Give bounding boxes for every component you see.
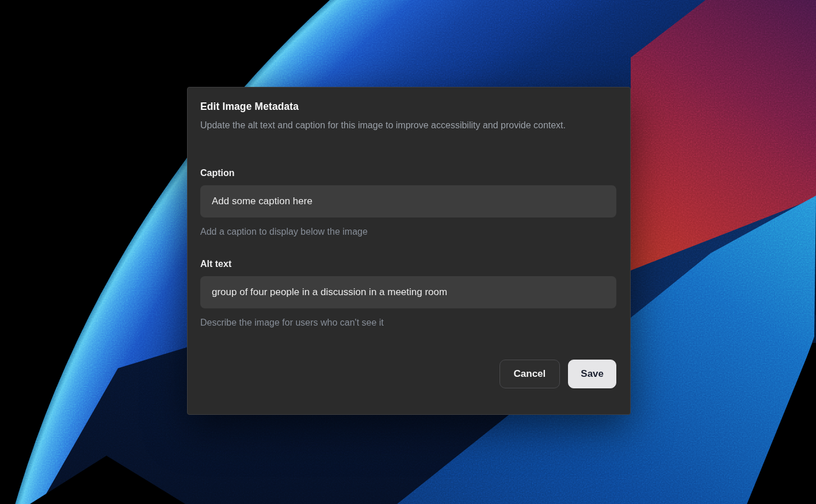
caption-input[interactable] [200, 185, 616, 217]
caption-label: Caption [200, 168, 616, 178]
caption-helper-text: Add a caption to display below the image [200, 227, 616, 237]
caption-field-group: Caption Add a caption to display below t… [200, 168, 616, 237]
dialog-form: Caption Add a caption to display below t… [200, 168, 616, 328]
edit-image-metadata-dialog: Edit Image Metadata Update the alt text … [187, 87, 631, 415]
alt-text-field-group: Alt text Describe the image for users wh… [200, 259, 616, 328]
dialog-title: Edit Image Metadata [200, 101, 616, 113]
dialog-description: Update the alt text and caption for this… [200, 119, 609, 132]
alt-text-helper-text: Describe the image for users who can't s… [200, 318, 616, 328]
dialog-footer: Cancel Save [200, 360, 616, 388]
save-button[interactable]: Save [568, 360, 616, 388]
alt-text-input[interactable] [200, 276, 616, 308]
alt-text-label: Alt text [200, 259, 616, 269]
cancel-button[interactable]: Cancel [499, 360, 560, 388]
screen: Edit Image Metadata Update the alt text … [0, 0, 816, 504]
